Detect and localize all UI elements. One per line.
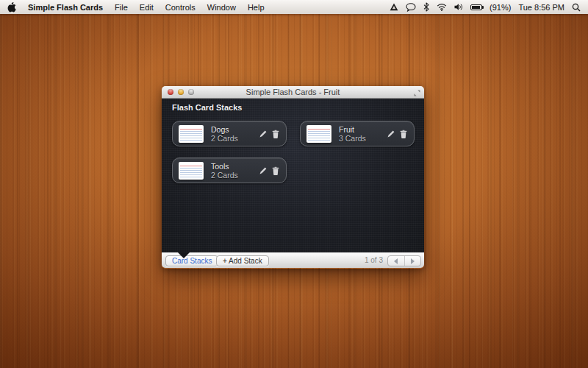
- stack-item-tools[interactable]: Tools 2 Cards: [172, 158, 287, 183]
- pager-control: [387, 255, 421, 266]
- stack-actions: [258, 166, 280, 175]
- battery-indicator[interactable]: [470, 4, 482, 10]
- delete-trash-icon[interactable]: [270, 129, 280, 138]
- edit-pencil-icon[interactable]: [258, 129, 268, 138]
- apple-menu-icon[interactable]: [7, 2, 16, 13]
- edit-pencil-icon[interactable]: [386, 129, 395, 138]
- card-stacks-button[interactable]: Card Stacks: [165, 255, 218, 266]
- battery-percent: (91%): [490, 3, 511, 12]
- stacks-panel: Flash Card Stacks Dogs 2 Cards: [162, 99, 424, 252]
- stack-item-fruit[interactable]: Fruit 3 Cards: [300, 121, 415, 146]
- stack-count: 2 Cards: [211, 134, 238, 143]
- bottom-toolbar: Card Stacks + Add Stack 1 of 3: [162, 252, 424, 268]
- chat-bubble-icon[interactable]: [406, 3, 416, 12]
- app-window: Simple Flash Cards - Fruit Flash Card St…: [162, 86, 424, 269]
- panel-heading: Flash Card Stacks: [172, 103, 242, 112]
- delete-trash-icon[interactable]: [398, 129, 408, 138]
- stack-count: 2 Cards: [211, 171, 238, 180]
- flash-card-icon: [306, 125, 331, 143]
- stack-name: Fruit: [339, 125, 366, 134]
- bluetooth-icon[interactable]: [423, 2, 429, 12]
- stack-name: Dogs: [211, 125, 238, 134]
- next-arrow-icon: [411, 258, 415, 264]
- menu-help[interactable]: Help: [248, 3, 265, 12]
- next-page-button[interactable]: [404, 256, 421, 266]
- spotlight-icon[interactable]: [572, 3, 581, 12]
- stack-name: Tools: [211, 162, 238, 171]
- add-stack-button[interactable]: + Add Stack: [216, 255, 269, 266]
- fullscreen-icon[interactable]: [414, 89, 420, 96]
- delete-trash-icon[interactable]: [270, 166, 280, 175]
- window-title-bar[interactable]: Simple Flash Cards - Fruit: [162, 86, 424, 99]
- stack-actions: [258, 129, 280, 138]
- minimize-button[interactable]: [178, 89, 184, 95]
- page-indicator: 1 of 3: [365, 256, 383, 264]
- menu-bar: Simple Flash Cards File Edit Controls Wi…: [0, 0, 588, 14]
- close-button[interactable]: [168, 89, 173, 95]
- flash-card-icon: [179, 162, 204, 180]
- flash-card-icon: [179, 125, 204, 143]
- stack-count: 3 Cards: [339, 134, 366, 143]
- menu-controls[interactable]: Controls: [165, 3, 196, 12]
- traffic-lights: [168, 89, 194, 95]
- stack-text: Fruit 3 Cards: [339, 125, 366, 143]
- stack-actions: [386, 129, 408, 138]
- drive-icon[interactable]: [390, 3, 398, 11]
- menu-window[interactable]: Window: [207, 3, 236, 12]
- menu-app-name[interactable]: Simple Flash Cards: [28, 3, 103, 12]
- menu-bar-left: Simple Flash Cards File Edit Controls Wi…: [7, 2, 265, 13]
- stack-text: Dogs 2 Cards: [211, 125, 238, 143]
- volume-icon[interactable]: [454, 3, 463, 11]
- edit-pencil-icon[interactable]: [258, 166, 268, 175]
- toolbar-pointer-notch: [178, 252, 190, 258]
- menu-edit[interactable]: Edit: [140, 3, 154, 12]
- stack-text: Tools 2 Cards: [211, 162, 238, 180]
- window-title: Simple Flash Cards - Fruit: [246, 88, 340, 96]
- menu-file[interactable]: File: [115, 3, 128, 12]
- menu-bar-status: (91%) Tue 8:56 PM: [390, 2, 581, 12]
- stack-item-dogs[interactable]: Dogs 2 Cards: [172, 121, 287, 146]
- wifi-icon[interactable]: [437, 3, 447, 11]
- prev-arrow-icon: [394, 258, 398, 264]
- previous-page-button[interactable]: [388, 256, 404, 266]
- battery-icon: [470, 4, 482, 10]
- menu-clock[interactable]: Tue 8:56 PM: [518, 3, 564, 12]
- zoom-button[interactable]: [188, 89, 194, 95]
